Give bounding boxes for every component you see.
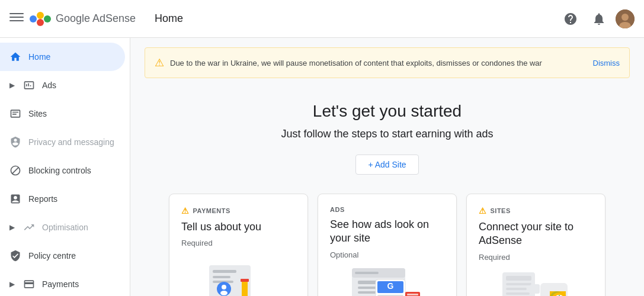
svg-point-4 (37, 12, 44, 19)
ads-icon (23, 79, 35, 91)
svg-rect-37 (506, 288, 527, 290)
svg-rect-11 (213, 270, 236, 273)
sidebar-item-privacy-messaging: Privacy and messaging (0, 128, 125, 156)
card-title: See how ads look on your site (330, 218, 444, 246)
notifications-button[interactable] (587, 7, 611, 31)
help-button[interactable] (559, 7, 582, 31)
card-illustration: G (330, 264, 444, 296)
svg-rect-18 (241, 279, 249, 282)
page-title: Home (155, 12, 183, 25)
svg-rect-31 (407, 294, 418, 295)
sidebar: Home ▶ Ads Sites Privacy and messaging (0, 38, 130, 296)
card-sites: ⚠ SITES Connect your site to AdSense Req… (466, 194, 605, 296)
reports-icon (9, 193, 21, 205)
card-illustration (479, 266, 593, 296)
add-site-button[interactable]: + Add Site (355, 155, 418, 175)
payments-icon (23, 278, 35, 290)
dismiss-button[interactable]: Dismiss (593, 59, 620, 67)
sidebar-item-label: Payments (42, 279, 79, 289)
logo: Google AdSense (28, 11, 136, 27)
sidebar-item-label: Home (28, 52, 50, 62)
badge-label: SITES (491, 207, 511, 214)
hero-title: Let's get you started (145, 102, 630, 121)
sidebar-item-home[interactable]: Home (0, 43, 125, 71)
sidebar-item-optimisation: ▶ Optimisation (0, 213, 125, 242)
sidebar-item-policy-centre[interactable]: Policy centre (0, 242, 125, 270)
card-status: Required (479, 253, 593, 262)
logo-text: Google AdSense (56, 12, 136, 25)
privacy-icon (9, 136, 21, 148)
svg-point-6 (37, 19, 44, 26)
svg-rect-1 (9, 17, 24, 18)
warning-icon: ⚠ (155, 56, 164, 69)
svg-point-16 (220, 291, 228, 295)
card-status: Required (181, 239, 296, 247)
sidebar-item-label: Reports (28, 194, 57, 204)
alert-icon: ⚠ (181, 206, 190, 215)
sidebar-item-label: Ads (42, 81, 56, 90)
hero-subtitle: Just follow the steps to start earning w… (145, 128, 630, 140)
header: Google AdSense Home (0, 0, 644, 38)
layout: Home ▶ Ads Sites Privacy and messaging (0, 38, 644, 296)
card-badge: ⚠ PAYMENTS (181, 206, 296, 215)
card-title: Connect your site to AdSense (479, 220, 593, 248)
svg-point-8 (621, 14, 629, 21)
card-badge: ADS (330, 206, 444, 213)
banner-text: Due to the war in Ukraine, we will pause… (170, 59, 587, 67)
svg-text:G: G (387, 281, 393, 291)
sidebar-item-reports[interactable]: Reports (0, 185, 125, 213)
home-icon (9, 51, 21, 63)
badge-label: ADS (330, 206, 345, 213)
badge-label: PAYMENTS (193, 207, 230, 214)
card-status: Optional (330, 250, 444, 259)
header-actions (559, 7, 635, 31)
card-badge: ⚠ SITES (479, 206, 593, 215)
menu-icon[interactable] (9, 10, 24, 27)
sidebar-item-payments[interactable]: ▶ Payments (0, 270, 125, 296)
sidebar-item-label: Policy centre (28, 251, 76, 260)
sites-icon (9, 108, 21, 120)
svg-rect-2 (9, 20, 24, 21)
hero-section: Let's get you started Just follow the st… (130, 83, 644, 184)
card-illustration (181, 252, 296, 296)
svg-rect-12 (213, 276, 230, 278)
svg-rect-17 (242, 280, 248, 296)
svg-rect-21 (355, 272, 379, 274)
svg-rect-38 (506, 292, 530, 295)
card-ads: ADS See how ads look on your site Option… (318, 194, 457, 296)
sidebar-item-label: Blocking controls (28, 166, 91, 175)
main-content: ⚠ Due to the war in Ukraine, we will pau… (130, 38, 644, 296)
avatar[interactable] (616, 9, 635, 28)
svg-point-3 (30, 15, 37, 22)
sidebar-item-label: Optimisation (42, 223, 88, 232)
expand-icon: ▶ (9, 223, 15, 231)
sidebar-item-label: Privacy and messaging (28, 137, 114, 147)
expand-icon: ▶ (9, 81, 15, 89)
svg-rect-35 (506, 276, 531, 281)
optimisation-icon (23, 221, 35, 233)
svg-rect-0 (9, 13, 24, 14)
svg-rect-39 (530, 284, 540, 294)
card-payments: ⚠ PAYMENTS Tell us about you Required (169, 194, 308, 296)
sidebar-item-ads[interactable]: ▶ Ads (0, 71, 125, 99)
svg-point-15 (222, 285, 226, 289)
svg-rect-36 (506, 283, 531, 285)
add-site-label: + Add Site (368, 160, 406, 169)
ukraine-banner: ⚠ Due to the war in Ukraine, we will pau… (145, 47, 630, 78)
sidebar-item-sites[interactable]: Sites (0, 99, 125, 128)
sidebar-item-blocking-controls[interactable]: Blocking controls (0, 156, 125, 185)
alert-icon: ⚠ (479, 206, 487, 215)
policy-icon (9, 250, 21, 262)
card-title: Tell us about you (181, 220, 296, 234)
blocking-icon (9, 165, 21, 176)
svg-point-5 (44, 15, 51, 22)
sidebar-item-label: Sites (28, 109, 47, 118)
expand-icon: ▶ (9, 280, 15, 288)
cards-section: ⚠ PAYMENTS Tell us about you Required (130, 184, 644, 296)
